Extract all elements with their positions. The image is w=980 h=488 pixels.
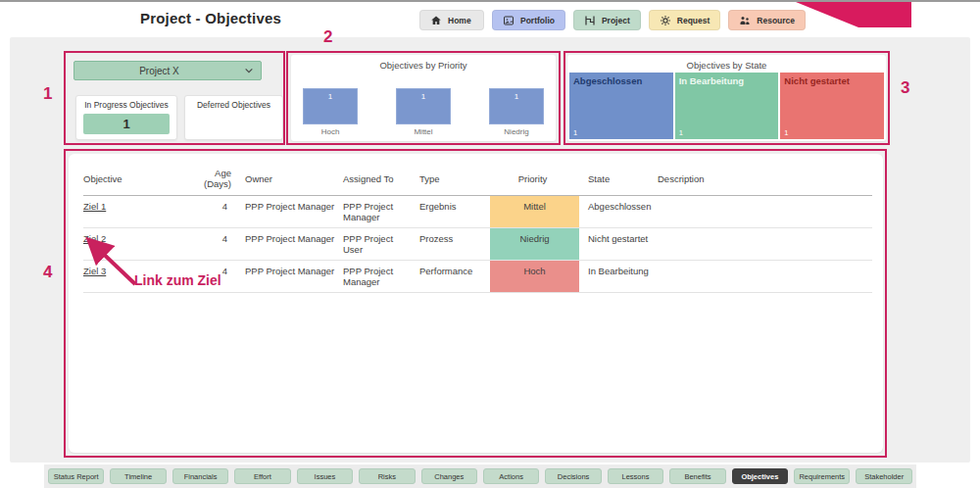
nav-bar: Home Portfolio Project Request Resource bbox=[419, 10, 806, 30]
annotation-note: Link zum Ziel bbox=[134, 272, 221, 288]
state-chart-card: Objectives by State Abgeschlossen 1 In B… bbox=[567, 55, 886, 141]
tile-value: 1 bbox=[573, 128, 577, 137]
tab-risks[interactable]: Risks bbox=[359, 468, 415, 484]
cell-age: 4 bbox=[196, 228, 245, 261]
tab-changes[interactable]: Changes bbox=[421, 468, 477, 484]
cell-priority: Niedrig bbox=[490, 228, 579, 261]
tile-value: 1 bbox=[679, 128, 683, 137]
bar-label: Hoch bbox=[303, 127, 358, 136]
nav-home-button[interactable]: Home bbox=[419, 10, 484, 30]
nav-project-button[interactable]: Project bbox=[573, 10, 641, 30]
nav-home-label: Home bbox=[448, 16, 471, 25]
col-header-owner: Owner bbox=[245, 160, 343, 196]
state-treemap: Abgeschlossen 1 In Bearbeitung 1 Nicht g… bbox=[569, 73, 884, 139]
tab-decisions[interactable]: Decisions bbox=[545, 468, 601, 484]
cell-assigned: PPP Project Manager bbox=[343, 196, 419, 228]
cell-type: Performance bbox=[419, 261, 490, 293]
tab-actions[interactable]: Actions bbox=[483, 468, 539, 484]
bar-mittel[interactable]: 1 bbox=[396, 88, 451, 124]
tile-label: Nicht gestartet bbox=[780, 73, 884, 86]
nav-portfolio-button[interactable]: Portfolio bbox=[492, 10, 565, 30]
cell-state: Abgeschlossen bbox=[579, 196, 658, 228]
tab-stakeholder[interactable]: Stakeholder bbox=[856, 468, 911, 484]
cell-type: Prozess bbox=[419, 228, 490, 261]
cell-priority: Hoch bbox=[490, 261, 579, 293]
tab-lessons[interactable]: Lessons bbox=[608, 468, 663, 484]
bar-niedrig[interactable]: 1 bbox=[489, 88, 544, 124]
cell-description bbox=[658, 196, 872, 228]
tile-value: 1 bbox=[784, 128, 788, 137]
report-tab-bar: Status Report Timeline Financials Effort… bbox=[44, 464, 916, 488]
col-header-assigned: Assigned To bbox=[343, 160, 419, 196]
bar-group-niedrig: 1 Niedrig bbox=[489, 88, 544, 136]
tile-label: In Bearbeitung bbox=[675, 73, 779, 86]
nav-request-button[interactable]: Request bbox=[649, 10, 721, 30]
col-header-state: State bbox=[579, 160, 658, 196]
cell-assigned: PPP Project User bbox=[343, 228, 419, 261]
cell-state: In Bearbeitung bbox=[579, 261, 658, 293]
treemap-tile-nicht-gestartet[interactable]: Nicht gestartet 1 bbox=[780, 73, 884, 139]
kpi-card-deferred: Deferred Objectives bbox=[184, 95, 283, 140]
kpi-card-in-progress: In Progress Objectives 1 bbox=[75, 95, 177, 140]
project-dropdown-value: Project X bbox=[74, 66, 244, 76]
cell-assigned: PPP Project Manager bbox=[343, 261, 419, 293]
tile-label: Abgeschlossen bbox=[569, 73, 673, 86]
tab-financials[interactable]: Financials bbox=[172, 468, 228, 484]
priority-chart-card: Objectives by Priority 1 Hoch 1 Mittel 1… bbox=[291, 55, 556, 141]
tab-issues[interactable]: Issues bbox=[297, 468, 353, 484]
cell-age: 4 bbox=[196, 196, 245, 228]
project-dropdown[interactable]: Project X bbox=[74, 61, 262, 80]
project-milestone-icon bbox=[584, 15, 596, 26]
tab-benefits[interactable]: Benefits bbox=[669, 468, 725, 484]
table-row: Ziel 1 4 PPP Project Manager PPP Project… bbox=[83, 196, 872, 228]
cell-type: Ergebnis bbox=[419, 196, 490, 228]
home-icon bbox=[430, 15, 442, 26]
priority-chart-title: Objectives by Priority bbox=[291, 55, 556, 71]
col-header-age: Age (Days) bbox=[196, 160, 245, 196]
treemap-tile-abgeschlossen[interactable]: Abgeschlossen 1 bbox=[569, 73, 673, 139]
tab-objectives[interactable]: Objectives bbox=[732, 468, 788, 484]
bar-label: Niedrig bbox=[489, 127, 544, 136]
tab-requirements[interactable]: Requirements bbox=[794, 468, 850, 484]
bar-label: Mittel bbox=[396, 127, 451, 136]
kpi-title: In Progress Objectives bbox=[76, 100, 176, 110]
annotation-number-4: 4 bbox=[43, 263, 52, 282]
annotation-number-1: 1 bbox=[43, 84, 52, 104]
table-row: Ziel 2 4 PPP Project Manager PPP Project… bbox=[83, 228, 872, 261]
annotation-number-3: 3 bbox=[901, 78, 909, 98]
objective-link-ziel-1[interactable]: Ziel 1 bbox=[83, 201, 106, 212]
kpi-title: Deferred Objectives bbox=[185, 100, 282, 110]
cell-priority: Mittel bbox=[490, 196, 579, 228]
cell-description bbox=[658, 228, 872, 261]
col-header-priority: Priority bbox=[490, 160, 579, 196]
bar-group-mittel: 1 Mittel bbox=[396, 88, 451, 136]
tab-effort[interactable]: Effort bbox=[234, 468, 290, 484]
cell-owner: PPP Project Manager bbox=[245, 228, 343, 261]
col-header-objective: Objective bbox=[83, 160, 196, 196]
bar-group-hoch: 1 Hoch bbox=[303, 88, 358, 136]
nav-portfolio-label: Portfolio bbox=[520, 16, 555, 25]
chevron-down-icon bbox=[244, 66, 254, 75]
cell-owner: PPP Project Manager bbox=[245, 196, 343, 228]
idea-icon bbox=[660, 15, 671, 26]
tab-timeline[interactable]: Timeline bbox=[110, 468, 166, 484]
tab-status-report[interactable]: Status Report bbox=[48, 468, 104, 484]
portfolio-icon bbox=[503, 15, 514, 26]
bar-hoch[interactable]: 1 bbox=[303, 88, 358, 124]
col-header-description: Description bbox=[658, 160, 872, 196]
nav-request-label: Request bbox=[677, 16, 710, 25]
col-header-type: Type bbox=[419, 160, 490, 196]
table-header-row: Objective Age (Days) Owner Assigned To T… bbox=[83, 160, 872, 196]
objectives-table-card: Objective Age (Days) Owner Assigned To T… bbox=[69, 154, 883, 453]
corner-ribbon bbox=[784, 0, 980, 29]
cell-owner: PPP Project Manager bbox=[245, 261, 343, 293]
nav-project-label: Project bbox=[602, 16, 630, 25]
people-icon bbox=[739, 15, 751, 26]
cell-description bbox=[658, 261, 872, 293]
state-chart-title: Objectives by State bbox=[567, 55, 886, 71]
treemap-tile-in-bearbeitung[interactable]: In Bearbeitung 1 bbox=[675, 73, 779, 139]
annotation-number-2: 2 bbox=[323, 27, 332, 47]
page-title: Project - Objectives bbox=[140, 10, 281, 26]
priority-bars: 1 Hoch 1 Mittel 1 Niedrig bbox=[303, 88, 544, 136]
kpi-value: 1 bbox=[83, 114, 170, 134]
